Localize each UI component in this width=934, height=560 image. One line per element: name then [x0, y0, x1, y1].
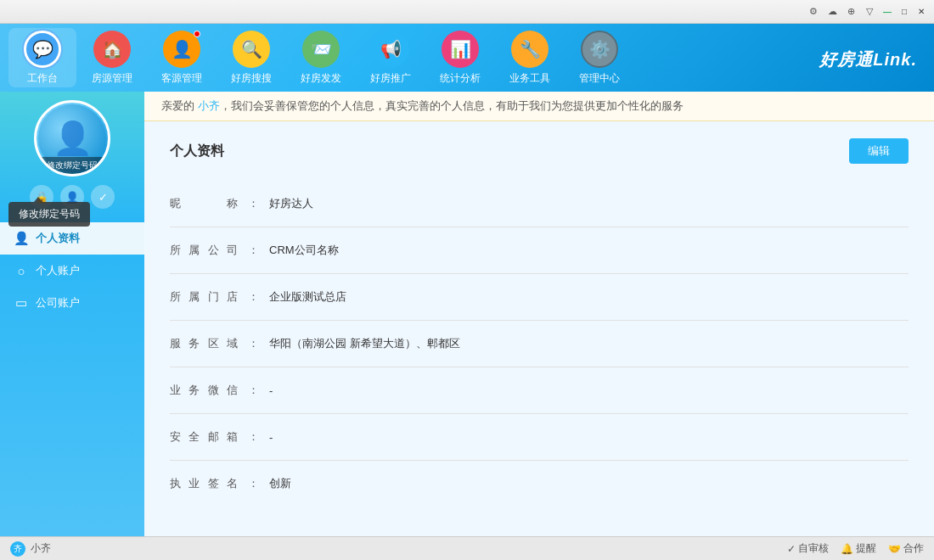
- tools-icon: 🔧: [511, 31, 549, 68]
- analysis-icon: 📊: [442, 31, 479, 68]
- nav-label-admin: 管理中心: [579, 71, 620, 86]
- publish-icon: 📨: [302, 31, 340, 68]
- field-nickname: 昵 称 ： 好房达人: [170, 181, 909, 227]
- titlebar: ⚙ ☁ ⊕ ▽ ─ □ ✕: [0, 0, 934, 24]
- sidebar-item-personal-account[interactable]: ○ 个人账户: [0, 255, 144, 287]
- nav-item-publish[interactable]: 📨 好房发发: [287, 28, 355, 87]
- check-icon-btn[interactable]: ✓: [91, 185, 115, 209]
- statusbar-left: 齐 小齐: [10, 541, 51, 557]
- personal-info-icon: 👤: [14, 231, 29, 246]
- personal-account-icon: ○: [14, 264, 29, 278]
- close-button[interactable]: ✕: [915, 6, 927, 18]
- field-signature: 执业签名 ： 创新: [170, 461, 909, 507]
- app-logo: 好房通Link.: [819, 45, 917, 71]
- sidebar-item-label-personal-info: 个人资料: [36, 231, 80, 246]
- field-store: 所属门店 ： 企业版测试总店: [170, 274, 909, 321]
- field-value-wechat: -: [269, 384, 273, 397]
- main-wrapper: 👤 修改绑定号码 修改绑定号码 🔒 👤 ✓ 👤 个人资料 ○ 个人账户 ▭: [0, 92, 934, 536]
- statusbar-cooperation[interactable]: 🤝 合作: [888, 541, 924, 556]
- field-wechat: 业务微信 ： -: [170, 367, 909, 414]
- tips-bell-icon: 🔔: [841, 543, 853, 555]
- field-value-service-area: 华阳（南湖公园 新希望大道）、郫都区: [269, 336, 460, 351]
- sidebar-item-personal-info[interactable]: 👤 个人资料: [0, 222, 144, 255]
- profile-title: 个人资料: [170, 143, 224, 160]
- field-label-store: 所属门店: [170, 289, 238, 305]
- field-label-service-area: 服务区域: [170, 336, 238, 351]
- audit-icon: ✓: [787, 543, 796, 555]
- client-mgmt-icon: 👤: [163, 31, 200, 68]
- company-account-icon: ▭: [14, 295, 29, 311]
- settings-gear-icon[interactable]: ⚙: [807, 5, 820, 19]
- statusbar: 齐 小齐 ✓ 自审核 🔔 提醒 🤝 合作: [0, 536, 934, 560]
- sidebar-item-label-company-account: 公司账户: [36, 295, 80, 311]
- nav-label-analysis: 统计分析: [440, 71, 481, 86]
- nav-item-workbench[interactable]: 💬 工作台: [8, 28, 76, 87]
- nav-label-publish: 好房发发: [301, 71, 341, 86]
- tooltip-popup: 修改绑定号码: [8, 202, 90, 227]
- field-company: 所属公司 ： CRM公司名称: [170, 227, 909, 274]
- nav-label-tools: 业务工具: [509, 71, 550, 86]
- workbench-icon: 💬: [24, 31, 61, 68]
- avatar-overlay-text: 修改绑定号码: [37, 157, 108, 174]
- maximize-button[interactable]: □: [898, 6, 910, 18]
- nav-item-search[interactable]: 🔍 好房搜搜: [217, 28, 285, 87]
- cooperation-label: 合作: [903, 541, 924, 556]
- nav-label-promote: 好房推广: [370, 71, 411, 86]
- user-avatar-small: 齐: [10, 541, 25, 557]
- field-label-wechat: 业务微信: [170, 383, 238, 398]
- nav-item-client-mgmt[interactable]: 👤 客源管理: [148, 28, 216, 87]
- titlebar-controls: ⚙ ☁ ⊕ ▽ ─ □ ✕: [807, 5, 927, 19]
- audit-label: 自审核: [798, 541, 829, 556]
- field-label-nickname: 昵 称: [170, 196, 238, 211]
- banner-username: 小齐: [198, 99, 220, 112]
- nav-label-client-mgmt: 客源管理: [161, 71, 202, 86]
- nav-item-admin[interactable]: ⚙️ 管理中心: [565, 28, 633, 87]
- field-label-company: 所属公司: [170, 243, 238, 258]
- sidebar-item-label-personal-account: 个人账户: [36, 263, 80, 278]
- edit-button[interactable]: 编辑: [849, 138, 909, 164]
- sidebar-item-company-account[interactable]: ▭ 公司账户: [0, 287, 144, 319]
- field-value-nickname: 好房达人: [269, 196, 313, 211]
- statusbar-tips[interactable]: 🔔 提醒: [841, 541, 876, 556]
- search-icon: 🔍: [233, 31, 270, 68]
- sidebar-menu: 👤 个人资料 ○ 个人账户 ▭ 公司账户: [0, 222, 144, 319]
- nav-items: 💬 工作台 🏠 房源管理 👤 客源管理 🔍 好房搜搜 📨 好房发发 �: [8, 28, 633, 87]
- profile-header: 个人资料 编辑: [170, 138, 909, 164]
- avatar[interactable]: 👤 修改绑定号码: [34, 100, 110, 176]
- statusbar-right: ✓ 自审核 🔔 提醒 🤝 合作: [787, 541, 924, 556]
- content-area: 亲爱的 小齐，我们会妥善保管您的个人信息，真实完善的个人信息，有助于我们为您提供…: [144, 92, 934, 536]
- nav-label-workbench: 工作台: [27, 71, 58, 86]
- field-label-email: 安全邮箱: [170, 429, 238, 445]
- tips-label: 提醒: [856, 541, 876, 556]
- nav-item-house-mgmt[interactable]: 🏠 房源管理: [78, 28, 146, 87]
- minimize-button[interactable]: ─: [881, 6, 893, 18]
- field-value-store: 企业版测试总店: [269, 289, 346, 305]
- admin-icon: ⚙️: [581, 31, 618, 68]
- nav-item-analysis[interactable]: 📊 统计分析: [426, 28, 494, 87]
- nav-label-house-mgmt: 房源管理: [92, 71, 132, 86]
- badge-dot: [194, 31, 200, 37]
- statusbar-username: 小齐: [31, 541, 51, 556]
- field-value-email: -: [269, 431, 273, 444]
- field-email: 安全邮箱 ： -: [170, 414, 909, 461]
- field-service-area: 服务区域 ： 华阳（南湖公园 新希望大道）、郫都区: [170, 321, 909, 367]
- cloud-icon[interactable]: ⊕: [844, 5, 858, 19]
- statusbar-audit[interactable]: ✓ 自审核: [787, 541, 829, 556]
- house-mgmt-icon: 🏠: [93, 31, 131, 68]
- wifi-icon[interactable]: ☁: [825, 5, 839, 19]
- promote-icon: 📢: [372, 31, 409, 68]
- nav-label-search: 好房搜搜: [231, 71, 272, 86]
- signal-icon[interactable]: ▽: [863, 5, 876, 19]
- avatar-person-icon: 👤: [53, 120, 93, 157]
- field-value-signature: 创新: [269, 476, 291, 491]
- info-banner: 亲爱的 小齐，我们会妥善保管您的个人信息，真实完善的个人信息，有助于我们为您提供…: [144, 92, 934, 121]
- nav-item-promote[interactable]: 📢 好房推广: [357, 28, 425, 87]
- cooperation-handshake-icon: 🤝: [888, 543, 901, 555]
- nav-item-tools[interactable]: 🔧 业务工具: [496, 28, 564, 87]
- profile-container: 个人资料 编辑 昵 称 ： 好房达人 所属公司 ： CRM公司名称 所属门店 ：…: [144, 121, 934, 536]
- top-navigation: 💬 工作台 🏠 房源管理 👤 客源管理 🔍 好房搜搜 📨 好房发发 �: [0, 24, 934, 92]
- field-label-signature: 执业签名: [170, 476, 238, 491]
- field-value-company: CRM公司名称: [269, 243, 339, 258]
- sidebar: 👤 修改绑定号码 修改绑定号码 🔒 👤 ✓ 👤 个人资料 ○ 个人账户 ▭: [0, 92, 144, 536]
